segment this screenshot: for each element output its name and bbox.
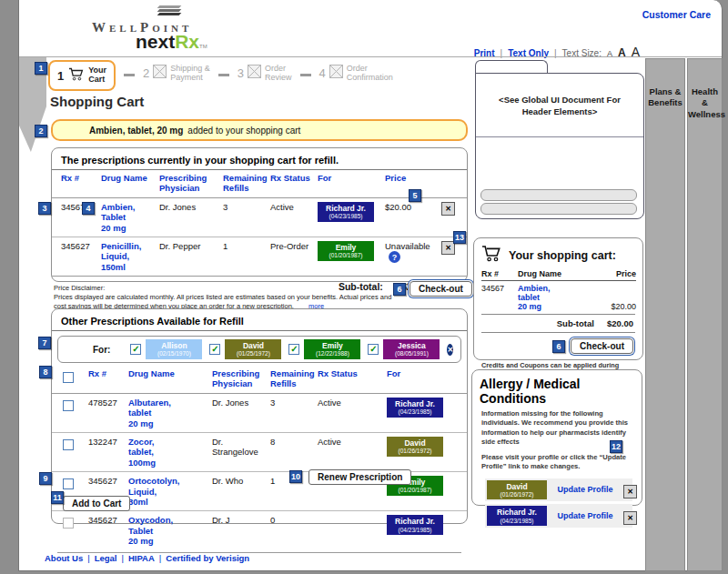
- refills: 3: [221, 198, 268, 216]
- member-name: Richard Jr.: [326, 204, 366, 213]
- drug-link[interactable]: Oxycodon, Tablet 20 mg: [126, 511, 210, 549]
- remove-icon[interactable]: ✕: [441, 202, 455, 216]
- step-number: 3: [238, 66, 244, 80]
- member-filter: ✓ David(01/25/1972): [209, 339, 281, 359]
- placeholder-text: <See Global UI Document For Header Eleme…: [476, 74, 643, 118]
- col-for: For: [316, 170, 383, 187]
- added-to-cart-alert: Ambien, tablet, 20 mg added to your shop…: [51, 119, 468, 141]
- allergy-paragraph-2: Please visit your profile or click the “…: [481, 453, 634, 472]
- image-placeholder-icon: [329, 65, 343, 82]
- table-row: 34567 Ambien, Tablet 20 mg Dr. Jones 3 A…: [52, 198, 467, 237]
- checkbox-checked[interactable]: ✓: [368, 344, 379, 355]
- subtotal-value: $20.00: [607, 318, 633, 328]
- step-order-review: 3 Order Review: [238, 60, 292, 83]
- checkbox-checked[interactable]: ✓: [130, 344, 141, 355]
- drug-link[interactable]: Penicillin, Liquid, 150ml: [99, 237, 157, 276]
- drug-link[interactable]: Zocor, tablet, 100mg: [126, 433, 210, 471]
- step-number: 4: [319, 66, 326, 80]
- col-drug: Drug Name: [99, 170, 157, 187]
- nextrx-logo: nextRxTM: [136, 31, 207, 53]
- customer-care-link[interactable]: Customer Care: [642, 9, 711, 20]
- annotation-10: 10: [289, 470, 302, 483]
- member-name: Emily: [322, 341, 343, 350]
- mini-cart-row: 34567 Ambien, tablet 20 mg $20.00: [481, 281, 635, 315]
- cart-panel-title: The prescriptions currently in your shop…: [52, 148, 467, 170]
- subtotal-label: Sub-total: [557, 318, 594, 328]
- remove-icon[interactable]: ✕: [623, 485, 637, 498]
- step-order-confirmation: 4 Order Confirmation: [319, 60, 393, 83]
- disclaimer-text: Prices displayed are calculated monthly.…: [54, 293, 391, 310]
- drug-link[interactable]: Albutaren, tablet 20 mg: [126, 394, 210, 432]
- member-name: Richard Jr.: [395, 399, 435, 408]
- row-checkbox[interactable]: [63, 400, 74, 411]
- table-row: 345627 Penicillin, Liquid, 150ml Dr. Pep…: [52, 237, 467, 276]
- member-filter-bar: For: ✓ Allison(02/15/1970) ✓ David(01/25…: [57, 336, 461, 363]
- table-row: 345627 Oxycodon, Tablet 20 mg Dr. J 0 Ri…: [52, 511, 467, 549]
- other-table-header: Rx # Drug Name Prescribing Physician Rem…: [52, 366, 467, 394]
- annotation-2: 2: [35, 125, 47, 137]
- select-all-checkbox[interactable]: [63, 372, 74, 383]
- add-to-cart-button[interactable]: Add to Cart: [63, 496, 130, 511]
- help-icon[interactable]: ?: [389, 251, 400, 263]
- row-checkbox[interactable]: [63, 478, 74, 489]
- price: $20.00: [594, 299, 636, 314]
- annotation-6: 6: [552, 340, 565, 353]
- price-text: Unavailable: [385, 241, 430, 251]
- update-profile-link[interactable]: Update Profile: [547, 485, 623, 494]
- verisign-link[interactable]: Certified by Verisign: [166, 553, 249, 563]
- wellpoint-logo-mark-icon: [158, 5, 180, 16]
- row-checkbox-disabled: [63, 518, 74, 529]
- member-name: David: [243, 341, 264, 350]
- remove-icon[interactable]: ✕: [623, 511, 637, 525]
- update-profile-link[interactable]: Update Profile: [547, 511, 623, 520]
- mini-checkout-row: 6 Check-out: [481, 333, 635, 357]
- checkbox-checked[interactable]: ✓: [209, 344, 220, 355]
- step-label: Order Confirmation: [347, 65, 393, 83]
- disclaimer-label: Price Disclaimer:: [54, 284, 392, 293]
- step-number: 2: [143, 66, 149, 80]
- checkbox-checked[interactable]: ✓: [288, 344, 299, 355]
- col-refills: Remaining Refills: [268, 366, 316, 393]
- step-number: 1: [57, 69, 64, 83]
- hipaa-link[interactable]: HIPAA: [128, 553, 155, 563]
- about-us-link[interactable]: About Us: [45, 553, 83, 563]
- cart-table-header: Rx # Drug Name Prescribing Physician Rem…: [52, 170, 467, 198]
- col-rx: Rx #: [481, 266, 518, 281]
- allergy-title: Allergy / Medical Conditions: [480, 377, 634, 406]
- allergy-row: David(01/26/1972) Update Profile ✕: [485, 478, 632, 502]
- step-label: Your Cart: [88, 66, 106, 85]
- col-drug: Drug Name: [518, 266, 594, 281]
- drug-link[interactable]: Ortocotolyn, Liquid, 30ml: [126, 472, 210, 510]
- trademark-symbol: TM: [199, 44, 207, 49]
- drug-link[interactable]: Ambien, Tablet 20 mg: [99, 198, 157, 237]
- table-row: 132247 Zocor, tablet, 100mg Dr. Strangel…: [52, 433, 467, 472]
- renew-prescription-button[interactable]: Renew Prescription: [308, 469, 411, 485]
- legal-link[interactable]: Legal: [95, 553, 117, 563]
- rx-status: Active: [316, 433, 385, 450]
- separator: |: [159, 553, 161, 563]
- col-price: Price: [594, 266, 636, 281]
- row-checkbox[interactable]: [63, 439, 74, 450]
- member-dob: (04/23/1985): [390, 408, 440, 416]
- price-disclaimer: Price Disclaimer: Prices displayed are c…: [54, 284, 392, 310]
- drug-link[interactable]: Ambien, tablet 20 mg: [518, 281, 594, 314]
- allergy-row: Richard Jr.(04/23/1985) Update Profile ✕: [485, 504, 632, 528]
- footer-links: About Us | Legal | HIPAA | Certified by …: [45, 553, 249, 563]
- member-filter: ✓ Allison(02/15/1970): [130, 339, 202, 359]
- checkout-button[interactable]: Check-out: [410, 281, 472, 297]
- step-label: Shipping & Payment: [170, 65, 210, 83]
- tab-health-wellness[interactable]: Health & Wellness: [687, 58, 723, 571]
- member-badge: David(01/26/1972): [387, 437, 443, 457]
- rx-status: Pre-Order: [268, 237, 316, 255]
- close-filter-icon[interactable]: ✕: [447, 344, 453, 356]
- checkout-button[interactable]: Check-out: [571, 338, 633, 354]
- step-your-cart[interactable]: 1 Your Cart: [48, 60, 116, 91]
- member-name: David: [404, 438, 425, 448]
- member-name: Richard Jr.: [395, 517, 435, 526]
- member-name: Emily: [336, 243, 357, 252]
- header-divider: [19, 56, 722, 57]
- col-status: Rx Status: [268, 170, 316, 187]
- member-dob: (04/23/1985): [490, 518, 543, 525]
- tab-plans-benefits[interactable]: Plans & Benefits: [645, 58, 685, 571]
- separator: |: [122, 553, 124, 563]
